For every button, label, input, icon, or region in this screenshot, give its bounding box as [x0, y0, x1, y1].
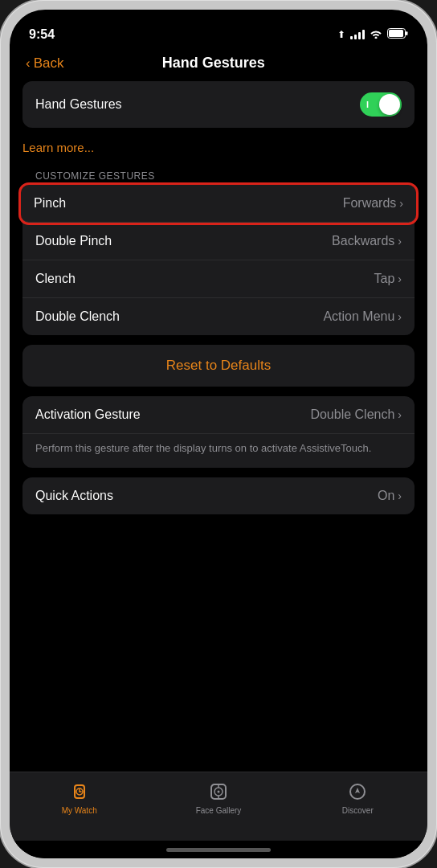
page-title: Hand Gestures: [63, 55, 363, 72]
quick-actions-label: Quick Actions: [35, 489, 113, 503]
battery-icon: [387, 28, 408, 41]
reset-defaults-card: Reset to Defaults: [22, 345, 415, 387]
nav-bar: ‹ Back Hand Gestures: [10, 48, 427, 81]
clench-chevron-icon: ›: [398, 272, 402, 285]
my-watch-tab-label: My Watch: [62, 806, 97, 815]
svg-rect-1: [389, 30, 403, 37]
activation-gesture-label: Activation Gesture: [35, 407, 141, 422]
toggle-on-text: I: [366, 100, 369, 109]
face-gallery-tab-label: Face Gallery: [196, 806, 242, 815]
gestures-card: Pinch Forwards › Double Pinch Backwards …: [22, 185, 415, 335]
home-bar: [166, 848, 271, 852]
quick-actions-chevron-icon: ›: [398, 489, 402, 502]
discover-icon: [347, 780, 368, 803]
double-pinch-row[interactable]: Double Pinch Backwards ›: [22, 223, 415, 260]
double-pinch-value: Backwards ›: [332, 234, 402, 248]
double-clench-label: Double Clench: [35, 309, 120, 324]
clench-row[interactable]: Clench Tap ›: [22, 260, 415, 298]
quick-actions-card: Quick Actions On ›: [22, 477, 415, 514]
status-icons: ⬆: [337, 28, 408, 41]
toggle-switch[interactable]: I: [360, 92, 402, 117]
double-clench-row[interactable]: Double Clench Action Menu ›: [22, 298, 415, 335]
pinch-row[interactable]: Pinch Forwards ›: [21, 185, 416, 223]
back-label: Back: [34, 55, 64, 72]
double-clench-value: Action Menu ›: [323, 309, 402, 324]
quick-actions-value: On ›: [378, 489, 402, 503]
reset-defaults-button[interactable]: Reset to Defaults: [166, 358, 271, 373]
tab-discover[interactable]: Discover: [288, 780, 427, 815]
location-icon: ⬆: [337, 29, 345, 40]
activation-description: Perform this gesture after the display t…: [22, 434, 415, 468]
svg-point-9: [217, 791, 219, 793]
quick-actions-current: On: [378, 489, 394, 503]
activation-gesture-card: Activation Gesture Double Clench › Perfo…: [22, 396, 415, 468]
clench-label: Clench: [35, 272, 76, 286]
pinch-value: Forwards ›: [343, 196, 403, 211]
activation-gesture-row[interactable]: Activation Gesture Double Clench ›: [22, 396, 415, 434]
my-watch-icon: [69, 780, 90, 803]
status-time: 9:54: [29, 27, 55, 42]
tab-my-watch[interactable]: My Watch: [10, 780, 149, 815]
bottom-tab-bar: My Watch Face Gallery: [10, 772, 427, 841]
double-pinch-chevron-icon: ›: [398, 235, 402, 248]
clench-value: Tap ›: [374, 272, 402, 286]
customize-gestures-header: CUSTOMIZE GESTURES: [22, 164, 415, 186]
toggle-knob: [379, 94, 400, 115]
face-gallery-icon: [208, 780, 229, 803]
activation-gesture-chevron-icon: ›: [398, 408, 402, 421]
activation-gesture-current: Double Clench: [310, 407, 394, 422]
hand-gestures-card: Hand Gestures I: [22, 81, 415, 128]
hand-gestures-label: Hand Gestures: [35, 97, 122, 112]
hand-gestures-toggle-row: Hand Gestures I: [22, 81, 415, 128]
svg-rect-2: [406, 31, 408, 35]
chevron-left-icon: ‹: [26, 55, 31, 72]
hand-gestures-toggle[interactable]: I: [360, 92, 402, 117]
tab-face-gallery[interactable]: Face Gallery: [149, 780, 288, 815]
pinch-label: Pinch: [34, 196, 66, 211]
double-pinch-label: Double Pinch: [35, 234, 112, 248]
discover-tab-label: Discover: [342, 806, 374, 815]
phone-screen: 9:54 ⬆: [10, 10, 427, 858]
quick-actions-row[interactable]: Quick Actions On ›: [22, 477, 415, 514]
svg-marker-13: [355, 788, 360, 793]
activation-gesture-value: Double Clench ›: [310, 407, 402, 422]
wifi-icon: [370, 29, 382, 41]
pinch-chevron-icon: ›: [399, 197, 403, 210]
back-button[interactable]: ‹ Back: [26, 55, 63, 72]
learn-more-link[interactable]: Learn more...: [22, 137, 415, 164]
signal-icon: [350, 30, 365, 39]
scroll-content: Hand Gestures I Learn more... CUSTOMIZE …: [10, 81, 427, 772]
notch: [162, 10, 275, 32]
home-indicator: [10, 841, 427, 858]
double-clench-chevron-icon: ›: [398, 310, 402, 323]
phone-frame: 9:54 ⬆: [0, 0, 437, 868]
